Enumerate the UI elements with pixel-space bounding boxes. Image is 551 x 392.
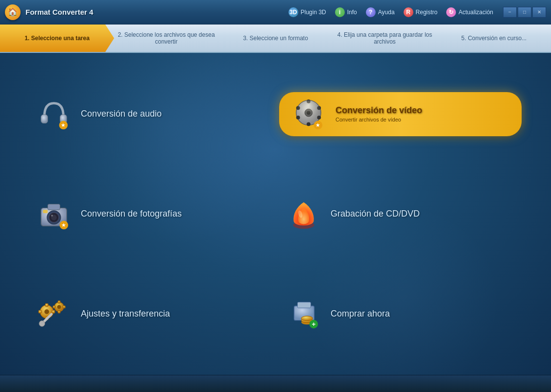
svg-rect-30 [52,310,55,313]
headphones-icon: ★ [37,97,71,131]
svg-point-44 [301,316,312,320]
settings-label: Ajustes y transferencia [81,309,170,319]
cddvd-recording-button[interactable]: Grabación de CD/DVD [279,193,522,235]
close-button[interactable]: ✕ [532,7,546,18]
actualizacion-button[interactable]: ↻ Actualización [446,7,493,17]
step-1[interactable]: 1. Seleccione una tarea [0,24,114,52]
audio-label: Conversión de audio [81,109,162,119]
registro-label: Registro [416,9,438,16]
buy-label: Comprar ahora [331,309,390,319]
svg-point-32 [45,309,49,314]
nav-buttons: 3D Plugin 3D i Info ? Ayuda R Registro ↻… [288,7,493,17]
buy-item-text: Comprar ahora [331,309,390,319]
video-sublabel: Convertir archivos de vídeo [335,117,422,122]
svg-point-38 [57,305,61,309]
svg-text:+: + [311,320,315,328]
svg-rect-0 [41,114,48,122]
settings-item-text: Ajustes y transferencia [81,309,170,319]
titlebar: 🏠 Format Converter 4 3D Plugin 3D i Info… [0,0,551,24]
main-content: ★ Conversión de audio [0,53,551,375]
step-5[interactable]: 5. Conversión en curso... [437,24,551,52]
svg-point-39 [39,320,45,326]
photo-label: Conversión de fotografías [81,209,182,219]
ayuda-button[interactable]: ? Ayuda [366,7,395,17]
svg-text:★: ★ [61,222,66,228]
svg-rect-31 [39,310,42,313]
maximize-button[interactable]: □ [518,7,531,18]
steps-bar: 1. Seleccione una tarea 2. Seleccione lo… [0,24,551,53]
video-conversion-button[interactable]: ★ Conversión de vídeo Convertir archivos… [279,92,522,136]
svg-text:★: ★ [315,122,320,128]
ayuda-label: Ayuda [378,9,395,16]
film-reel-icon: ★ [291,97,326,131]
actualizacion-label: Actualización [458,9,493,16]
audio-item-text: Conversión de audio [81,109,162,119]
info-icon: i [335,7,345,17]
ayuda-icon: ? [366,7,376,17]
flame-icon [287,197,321,231]
plugin3d-button[interactable]: 3D Plugin 3D [288,7,326,17]
registro-icon: R [404,7,413,17]
plugin3d-label: Plugin 3D [301,9,326,16]
cddvd-item-text: Grabación de CD/DVD [331,209,420,219]
svg-point-21 [51,214,53,216]
statusbar [0,375,551,392]
buy-now-button[interactable]: + Comprar ahora [279,293,522,335]
app-icon: 🏠 [5,4,21,20]
info-label: Info [347,9,357,16]
svg-rect-36 [63,306,65,308]
settings-transfer-button[interactable]: Ajustes y transferencia [29,293,272,335]
app-title: Format Converter 4 [25,8,288,16]
svg-rect-37 [53,306,55,308]
plugin3d-icon: 3D [288,7,298,17]
camera-icon: ★ [37,197,71,231]
photo-conversion-button[interactable]: ★ Conversión de fotografías [29,193,272,235]
step-3[interactable]: 3. Seleccione un formato [218,24,333,52]
step-4[interactable]: 4. Elija una carpeta para guardar los ar… [328,24,442,52]
minimize-button[interactable]: − [503,7,517,18]
cddvd-label: Grabación de CD/DVD [331,209,420,219]
actualizacion-icon: ↻ [446,7,456,17]
svg-rect-28 [46,303,48,306]
svg-rect-17 [48,204,60,210]
window-controls: − □ ✕ [503,7,546,18]
cart-icon: + [287,297,321,331]
gear-icon [37,297,71,331]
svg-rect-22 [43,210,48,213]
svg-rect-34 [58,300,60,303]
svg-rect-35 [58,311,60,313]
registro-button[interactable]: R Registro [404,7,438,17]
step-2[interactable]: 2. Seleccione los archivos que desea con… [109,24,223,52]
info-button[interactable]: i Info [335,7,357,17]
video-item-text: Conversión de vídeo Convertir archivos d… [335,105,422,122]
photo-item-text: Conversión de fotografías [81,209,182,219]
audio-conversion-button[interactable]: ★ Conversión de audio [29,93,272,135]
svg-rect-41 [297,302,311,308]
video-label: Conversión de vídeo [335,105,422,116]
svg-text:★: ★ [61,122,66,128]
